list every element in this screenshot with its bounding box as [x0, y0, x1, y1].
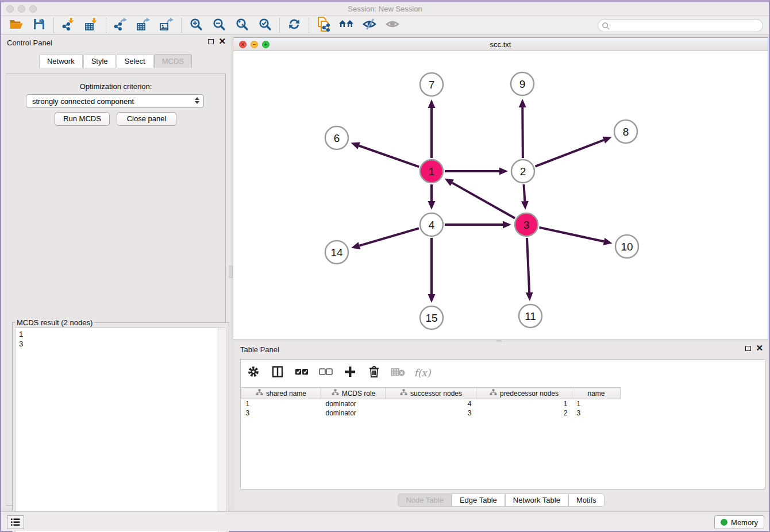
tab-select[interactable]: Select — [117, 54, 153, 68]
close-panel-button[interactable]: Close panel — [117, 112, 176, 126]
table-cell[interactable]: dominator — [321, 399, 386, 408]
tab-edge-table[interactable]: Edge Table — [452, 494, 505, 507]
select-all-rows-button[interactable] — [294, 365, 310, 381]
close-panel-icon[interactable]: ✕ — [218, 38, 226, 45]
tab-network-table[interactable]: Network Table — [505, 494, 568, 507]
graph-node-7[interactable]: 7 — [420, 73, 443, 96]
table-cell[interactable]: 3 — [572, 408, 621, 418]
zoom-selected-button[interactable] — [256, 17, 274, 33]
select-all-rows-icon — [295, 368, 309, 378]
table-cell[interactable]: dominator — [321, 408, 386, 418]
add-column-button[interactable] — [342, 365, 358, 381]
edge-2-9[interactable] — [522, 107, 523, 158]
edge-arrow-4-14 — [351, 242, 360, 249]
graph-node-6[interactable]: 6 — [325, 126, 348, 149]
table-cell[interactable]: 2 — [476, 408, 572, 418]
edge-3-11[interactable] — [527, 238, 529, 292]
mcds-result-group: MCDS result (2 nodes) 1 3 — [12, 322, 229, 532]
vertical-splitter-handle[interactable] — [229, 265, 233, 278]
edge-2-3[interactable] — [523, 184, 525, 201]
zoom-out-button[interactable] — [210, 17, 228, 33]
float-table-panel-icon[interactable] — [745, 346, 751, 351]
app-window: Session: New Session Control Panel ✕ Net… — [0, 0, 770, 532]
memory-status-icon — [721, 519, 727, 526]
hide-graphics-details-button[interactable] — [360, 17, 379, 33]
edge-2-8[interactable] — [535, 140, 603, 167]
task-list-icon — [10, 518, 21, 527]
delete-columns-button[interactable] — [366, 365, 382, 381]
column-header-shared-name[interactable]: shared name — [241, 388, 321, 399]
table-settings-gear-button[interactable] — [245, 365, 261, 381]
refresh-layout-button[interactable] — [285, 17, 303, 33]
table-panel: Table Panel ✕ f(x) shared nameMCDS roles… — [234, 342, 768, 510]
graph-node-1[interactable]: 1 — [420, 160, 443, 183]
open-file-button[interactable] — [7, 17, 25, 33]
mcds-result-text[interactable]: 1 3 — [15, 327, 226, 532]
edge-3-10[interactable] — [539, 228, 603, 241]
show-graphics-details-button[interactable] — [383, 17, 402, 33]
column-header-predecessor-nodes[interactable]: predecessor nodes — [476, 388, 572, 399]
column-header-name[interactable]: name — [572, 388, 621, 399]
float-panel-icon[interactable] — [208, 39, 214, 44]
tab-mcds[interactable]: MCDS — [154, 54, 192, 68]
column-chooser-button[interactable] — [270, 365, 286, 381]
zoom-out-icon — [213, 18, 226, 33]
graph-node-8[interactable]: 8 — [614, 120, 637, 143]
tab-motifs[interactable]: Motifs — [568, 494, 605, 507]
sort-column-icon — [332, 389, 339, 398]
edge-3-1[interactable] — [452, 183, 515, 218]
graph-node-3[interactable]: 3 — [515, 213, 538, 236]
column-header-MCDS-role[interactable]: MCDS role — [321, 388, 386, 399]
mcds-result-title: MCDS result (2 nodes) — [15, 318, 94, 327]
first-neighbors-button[interactable] — [337, 17, 356, 33]
search-input[interactable] — [612, 21, 756, 29]
close-table-panel-icon[interactable]: ✕ — [756, 345, 763, 352]
sort-column-icon — [490, 389, 497, 398]
sort-column-icon — [256, 389, 263, 398]
zoom-in-icon — [190, 18, 203, 33]
network-canvas[interactable]: 7968124314101511 — [233, 51, 768, 340]
graph-node-10[interactable]: 10 — [615, 235, 638, 258]
toolbar-separator — [53, 18, 54, 33]
export-network-button[interactable] — [111, 17, 130, 33]
export-table-button[interactable] — [134, 17, 153, 33]
table-row[interactable]: 1dominator411 — [241, 399, 621, 408]
tab-network[interactable]: Network — [39, 54, 83, 68]
table-cell[interactable]: 3 — [386, 408, 476, 418]
import-table-button[interactable] — [82, 17, 101, 33]
graph-node-9[interactable]: 9 — [511, 72, 534, 95]
zoom-fit-button[interactable] — [233, 17, 251, 33]
result-scrollbar[interactable] — [218, 328, 226, 532]
edge-4-14[interactable] — [359, 228, 419, 245]
save-session-button[interactable] — [30, 17, 48, 33]
table-cell[interactable]: 4 — [386, 399, 476, 408]
duplicate-network-button[interactable] — [314, 17, 333, 33]
table-cell[interactable]: 1 — [572, 399, 621, 408]
tab-node-table[interactable]: Node Table — [398, 494, 452, 507]
table-cell[interactable]: 1 — [476, 399, 572, 408]
table-cell[interactable]: 1 — [241, 399, 321, 408]
import-network-button[interactable] — [59, 17, 78, 33]
graph-node-15[interactable]: 15 — [420, 306, 443, 329]
run-mcds-button[interactable]: Run MCDS — [55, 112, 110, 126]
optimization-criterion-dropdown[interactable]: strongly connected component — [26, 94, 204, 108]
node-label: 7 — [429, 79, 435, 91]
table-row[interactable]: 3dominator323 — [241, 408, 621, 418]
memory-button[interactable]: Memory — [714, 515, 764, 529]
zoom-in-button[interactable] — [187, 17, 205, 33]
edge-1-6[interactable] — [359, 146, 419, 167]
deselect-all-rows-button[interactable] — [318, 365, 334, 381]
graph-node-14[interactable]: 14 — [325, 241, 348, 264]
search-box — [598, 19, 763, 32]
zoom-selected-icon — [259, 18, 272, 33]
tab-style[interactable]: Style — [83, 54, 116, 68]
export-image-button[interactable] — [157, 17, 176, 33]
task-history-button[interactable] — [7, 515, 24, 529]
graph-node-2[interactable]: 2 — [511, 160, 534, 183]
column-header-successor-nodes[interactable]: successor nodes — [386, 388, 476, 399]
graph-node-11[interactable]: 11 — [519, 304, 542, 327]
function-builder-icon: f(x) — [414, 367, 430, 379]
table-cell[interactable]: 3 — [241, 408, 321, 418]
graph-node-4[interactable]: 4 — [420, 213, 443, 236]
dropdown-stepper-icon — [195, 97, 199, 104]
